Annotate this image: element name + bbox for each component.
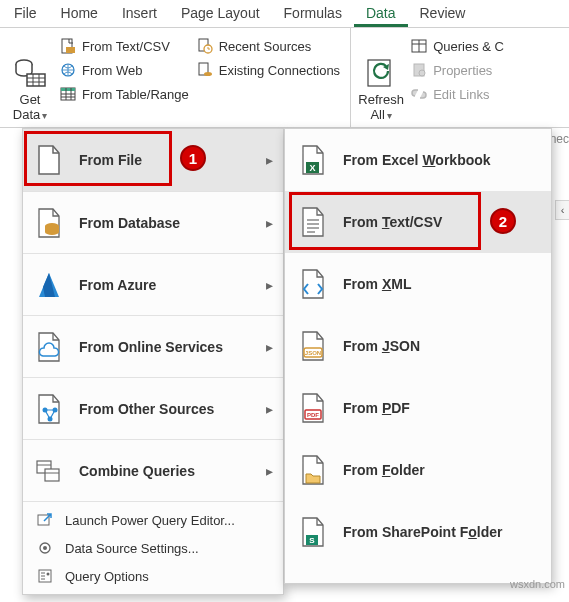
- menu-from-file[interactable]: From File ▸: [23, 129, 283, 191]
- menu-data-source-settings[interactable]: Data Source Settings...: [23, 534, 283, 562]
- sharepoint-file-icon: S: [297, 516, 329, 548]
- submenu-from-text-csv[interactable]: From Text/CSV: [285, 191, 551, 253]
- recent-sources-button[interactable]: Recent Sources: [195, 34, 346, 58]
- watermark: wsxdn.com: [510, 578, 565, 590]
- svg-text:X: X: [309, 163, 315, 173]
- menu-query-options-label: Query Options: [65, 569, 149, 584]
- tab-data[interactable]: Data: [354, 1, 408, 27]
- submenu-from-excel-workbook-label: From Excel Workbook: [343, 152, 491, 168]
- properties-button[interactable]: Properties: [409, 58, 510, 82]
- submenu-from-excel-workbook[interactable]: X From Excel Workbook: [285, 129, 551, 191]
- get-data-menu: From File ▸ From Database ▸ From Azure ▸…: [22, 128, 284, 595]
- tab-formulas[interactable]: Formulas: [272, 1, 354, 27]
- svg-point-37: [47, 573, 50, 576]
- properties-icon: [411, 62, 427, 78]
- svg-rect-1: [27, 74, 45, 86]
- menu-from-azure-label: From Azure: [79, 277, 156, 293]
- menu-footer: Launch Power Query Editor... Data Source…: [23, 501, 283, 594]
- edit-links-label: Edit Links: [433, 87, 489, 102]
- chevron-right-icon: ▸: [266, 339, 273, 355]
- chevron-right-icon: ▸: [266, 277, 273, 293]
- recent-sources-icon: [197, 38, 213, 54]
- from-web-label: From Web: [82, 63, 142, 78]
- menu-from-other-sources-label: From Other Sources: [79, 401, 214, 417]
- submenu-from-json[interactable]: JSON From JSON: [285, 315, 551, 377]
- submenu-from-pdf-label: From PDF: [343, 400, 410, 416]
- submenu-from-sharepoint-folder[interactable]: S From SharePoint Folder: [285, 501, 551, 563]
- tab-home[interactable]: Home: [49, 1, 110, 27]
- tab-insert[interactable]: Insert: [110, 1, 169, 27]
- tab-bar: File Home Insert Page Layout Formulas Da…: [0, 0, 569, 28]
- other-sources-icon: [33, 393, 65, 425]
- get-data-label-1: Get: [20, 92, 41, 107]
- svg-point-35: [43, 546, 47, 550]
- svg-text:PDF: PDF: [307, 412, 319, 418]
- text-csv-file-icon: [297, 206, 329, 238]
- menu-from-online-services-label: From Online Services: [79, 339, 223, 355]
- menu-combine-queries[interactable]: Combine Queries ▸: [23, 439, 283, 501]
- existing-connections-icon: [197, 62, 213, 78]
- chevron-right-icon: ▸: [266, 152, 273, 168]
- edit-links-icon: [411, 86, 427, 102]
- table-icon: [60, 86, 76, 102]
- excel-file-icon: X: [297, 144, 329, 176]
- refresh-all-button[interactable]: Refresh All▾: [353, 30, 409, 125]
- edit-links-button[interactable]: Edit Links: [409, 82, 510, 106]
- chevron-right-icon: ▸: [266, 215, 273, 231]
- svg-point-18: [204, 72, 212, 76]
- from-file-submenu: X From Excel Workbook From Text/CSV From…: [284, 128, 552, 584]
- from-table-range-label: From Table/Range: [82, 87, 189, 102]
- gear-icon: [37, 540, 53, 556]
- xml-file-icon: [297, 268, 329, 300]
- menu-data-source-settings-label: Data Source Settings...: [65, 541, 199, 556]
- expand-collapse-button[interactable]: ‹: [555, 200, 569, 220]
- ribbon: Get Data▾ From Text/CSV From Web From Ta…: [0, 28, 569, 128]
- submenu-from-pdf[interactable]: PDF From PDF: [285, 377, 551, 439]
- refresh-icon: [364, 56, 398, 90]
- svg-rect-33: [38, 515, 49, 525]
- tab-page-layout[interactable]: Page Layout: [169, 1, 272, 27]
- options-icon: [37, 568, 53, 584]
- azure-icon: [33, 269, 65, 301]
- existing-connections-button[interactable]: Existing Connections: [195, 58, 346, 82]
- ribbon-group-connections: Refresh All▾ Queries & C Properties Edit…: [351, 28, 514, 127]
- submenu-from-xml[interactable]: From XML: [285, 253, 551, 315]
- pdf-file-icon: PDF: [297, 392, 329, 424]
- ribbon-group-get-transform: Get Data▾ From Text/CSV From Web From Ta…: [0, 28, 351, 127]
- from-table-range-button[interactable]: From Table/Range: [58, 82, 195, 106]
- svg-rect-10: [61, 88, 75, 91]
- submenu-from-sharepoint-folder-label: From SharePoint Folder: [343, 524, 502, 540]
- menu-launch-pq-editor-label: Launch Power Query Editor...: [65, 513, 235, 528]
- globe-icon: [60, 62, 76, 78]
- cloud-file-icon: [33, 331, 65, 363]
- from-web-button[interactable]: From Web: [58, 58, 195, 82]
- queries-icon: [411, 38, 427, 54]
- existing-connections-label: Existing Connections: [219, 63, 340, 78]
- menu-from-azure[interactable]: From Azure ▸: [23, 253, 283, 315]
- get-data-button[interactable]: Get Data▾: [2, 30, 58, 125]
- properties-label: Properties: [433, 63, 492, 78]
- svg-point-24: [419, 70, 425, 76]
- connections-col: Queries & C Properties Edit Links: [409, 30, 510, 125]
- get-transform-col-2: Recent Sources Existing Connections: [195, 30, 346, 125]
- menu-query-options[interactable]: Query Options: [23, 562, 283, 590]
- queries-connections-button[interactable]: Queries & C: [409, 34, 510, 58]
- folder-file-icon: [297, 454, 329, 486]
- launch-icon: [37, 512, 53, 528]
- chevron-right-icon: ▸: [266, 401, 273, 417]
- get-data-label-2: Data▾: [13, 107, 47, 123]
- menu-from-other-sources[interactable]: From Other Sources ▸: [23, 377, 283, 439]
- submenu-from-folder-label: From Folder: [343, 462, 425, 478]
- svg-text:S: S: [309, 536, 315, 545]
- submenu-from-folder[interactable]: From Folder: [285, 439, 551, 501]
- file-blank-icon: [33, 144, 65, 176]
- get-data-icon: [13, 56, 47, 90]
- menu-from-online-services[interactable]: From Online Services ▸: [23, 315, 283, 377]
- menu-from-database[interactable]: From Database ▸: [23, 191, 283, 253]
- from-text-csv-button[interactable]: From Text/CSV: [58, 34, 195, 58]
- queries-connections-label: Queries & C: [433, 39, 504, 54]
- menu-launch-pq-editor[interactable]: Launch Power Query Editor...: [23, 506, 283, 534]
- tab-file[interactable]: File: [2, 1, 49, 27]
- submenu-from-text-csv-label: From Text/CSV: [343, 214, 442, 230]
- tab-review[interactable]: Review: [408, 1, 478, 27]
